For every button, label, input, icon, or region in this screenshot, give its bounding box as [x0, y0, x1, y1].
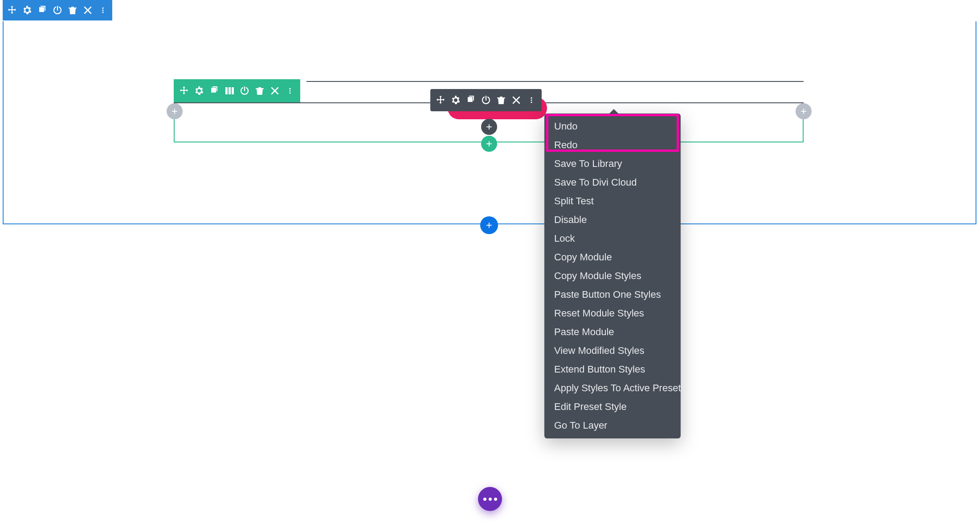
power-icon[interactable] [238, 84, 251, 97]
close-icon[interactable] [510, 93, 523, 107]
plus-icon: + [486, 138, 492, 149]
close-icon[interactable] [268, 84, 282, 97]
menu-item-paste-button-one-styles[interactable]: Paste Button One Styles [544, 285, 681, 304]
add-module-button[interactable]: + [481, 119, 497, 135]
trash-icon[interactable] [66, 4, 79, 17]
menu-item-edit-preset-style[interactable]: Edit Preset Style [544, 397, 681, 416]
menu-item-extend-button-styles[interactable]: Extend Button Styles [544, 360, 681, 379]
page-settings-fab[interactable] [478, 487, 502, 511]
menu-item-view-modified-styles[interactable]: View Modified Styles [544, 341, 681, 360]
close-icon[interactable] [81, 4, 94, 17]
dots-horizontal-icon [494, 498, 497, 501]
plus-icon: + [486, 122, 492, 132]
add-column-right-button[interactable]: + [796, 103, 812, 119]
menu-item-paste-module[interactable]: Paste Module [544, 323, 681, 341]
module-toolbar [430, 89, 542, 111]
move-icon[interactable] [5, 4, 19, 17]
power-icon[interactable] [479, 93, 493, 107]
dots-horizontal-icon [489, 498, 492, 501]
menu-item-disable[interactable]: Disable [544, 211, 681, 229]
plus-icon: + [800, 106, 807, 117]
menu-item-lock[interactable]: Lock [544, 229, 681, 248]
power-icon[interactable] [51, 4, 64, 17]
duplicate-icon[interactable] [208, 84, 221, 97]
add-row-button[interactable]: + [481, 136, 497, 152]
duplicate-icon[interactable] [36, 4, 49, 17]
menu-item-reset-module-styles[interactable]: Reset Module Styles [544, 304, 681, 323]
trash-icon[interactable] [253, 84, 266, 97]
menu-item-split-test[interactable]: Split Test [544, 192, 681, 211]
menu-item-redo[interactable]: Redo [544, 136, 681, 154]
menu-item-go-to-layer[interactable]: Go To Layer [544, 416, 681, 435]
duplicate-icon[interactable] [464, 93, 478, 107]
move-icon[interactable] [177, 84, 191, 97]
trash-icon[interactable] [494, 93, 508, 107]
menu-item-save-library[interactable]: Save To Library [544, 154, 681, 173]
menu-item-copy-module-styles[interactable]: Copy Module Styles [544, 267, 681, 285]
more-vertical-icon[interactable] [96, 4, 110, 17]
plus-icon: + [486, 220, 492, 231]
section-toolbar [3, 0, 112, 20]
row-border-top [306, 81, 804, 82]
move-icon[interactable] [434, 93, 447, 107]
plus-icon: + [172, 106, 178, 117]
row-toolbar [174, 79, 300, 102]
more-vertical-icon[interactable] [283, 84, 297, 97]
menu-item-copy-module[interactable]: Copy Module [544, 248, 681, 267]
gear-icon[interactable] [20, 4, 34, 17]
add-column-left-button[interactable]: + [167, 103, 183, 119]
module-context-menu: Undo Redo Save To Library Save To Divi C… [544, 114, 681, 438]
add-section-button[interactable]: + [480, 216, 498, 234]
menu-item-apply-styles-active-preset[interactable]: Apply Styles To Active Preset [544, 379, 681, 397]
menu-item-undo[interactable]: Undo [544, 117, 681, 136]
menu-item-save-divi-cloud[interactable]: Save To Divi Cloud [544, 173, 681, 192]
more-vertical-icon[interactable] [525, 93, 538, 107]
gear-icon[interactable] [449, 93, 462, 107]
dots-horizontal-icon [483, 498, 486, 501]
gear-icon[interactable] [192, 84, 206, 97]
columns-icon[interactable] [223, 84, 236, 97]
